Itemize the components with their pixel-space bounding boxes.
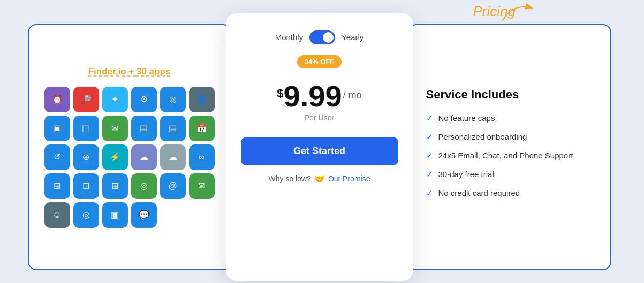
- app-icon-9: ▤: [131, 116, 157, 141]
- yearly-label: Yearly: [342, 33, 363, 42]
- discount-badge: 34% OFF: [297, 55, 342, 68]
- finder-title-text: Finder.io +: [88, 66, 137, 77]
- app-icon-18: ⊞: [44, 173, 70, 199]
- arrow-decoration: [497, 0, 540, 27]
- service-text-1: Personalized onboarding: [438, 131, 527, 142]
- app-icon-23: ✉: [189, 173, 215, 199]
- app-icon-5: 👤: [189, 87, 215, 112]
- finder-title: Finder.io + 30 apps: [88, 66, 171, 77]
- toggle-row: Monthly Yearly: [275, 30, 364, 44]
- get-started-button[interactable]: Get Started: [241, 137, 398, 165]
- app-icon-10: ▤: [160, 116, 186, 141]
- app-icon-25: ◎: [73, 202, 99, 228]
- app-icon-19: ⊡: [73, 173, 99, 199]
- left-card: Finder.io + 30 apps ⏰🔎✦⚙◎👤▣◫✉▤▤📅↺⊕⚡☁☁∞⊞⊡…: [28, 24, 231, 270]
- app-icon-8: ✉: [102, 116, 128, 141]
- app-icon-27: 💬: [131, 202, 157, 228]
- service-item-4: ✓No credit card required: [426, 187, 593, 198]
- per-user-label: Per User: [305, 113, 334, 122]
- service-text-4: No credit card required: [438, 187, 520, 198]
- check-icon-2: ✓: [426, 151, 433, 160]
- app-icon-26: ▣: [102, 202, 128, 228]
- promise-icon: 🤝: [314, 174, 325, 184]
- service-text-2: 24x5 Email, Chat, and Phone Support: [438, 150, 573, 161]
- app-icon-15: ☁: [131, 144, 157, 170]
- app-icon-16: ☁: [160, 144, 186, 170]
- app-icon-20: ⊞: [102, 173, 128, 199]
- service-item-1: ✓Personalized onboarding: [426, 131, 593, 142]
- monthly-label: Monthly: [275, 33, 304, 42]
- why-so-low: Why so low?: [269, 174, 311, 183]
- price-dollar: $: [277, 87, 283, 101]
- check-icon-3: ✓: [426, 170, 433, 179]
- app-icon-12: ↺: [44, 144, 70, 170]
- app-icon-1: 🔎: [73, 87, 99, 112]
- app-icon-11: 📅: [189, 116, 215, 141]
- app-icon-0: ⏰: [44, 87, 70, 112]
- check-icon-1: ✓: [426, 132, 433, 142]
- service-item-2: ✓24x5 Email, Chat, and Phone Support: [426, 150, 593, 161]
- app-icon-6: ▣: [44, 116, 70, 141]
- app-icon-13: ⊕: [73, 144, 99, 170]
- app-icon-24: ☺: [44, 202, 70, 228]
- price-amount: 9.99: [284, 81, 342, 111]
- check-icon-0: ✓: [426, 113, 433, 123]
- app-icon-17: ∞: [189, 144, 215, 170]
- service-text-0: No feature caps: [438, 112, 495, 124]
- apps-grid: ⏰🔎✦⚙◎👤▣◫✉▤▤📅↺⊕⚡☁☁∞⊞⊡⊞◎@✉☺◎▣💬: [44, 87, 215, 228]
- service-item-3: ✓30-day free trial: [426, 169, 593, 180]
- our-promise-link[interactable]: Our Promise: [328, 174, 370, 183]
- price-row: $ 9.99 / mo: [277, 81, 361, 111]
- check-icon-4: ✓: [426, 188, 433, 198]
- right-card: Service Includes ✓No feature caps✓Person…: [408, 24, 611, 270]
- finder-apps-count: 30 apps: [137, 66, 170, 77]
- price-period: / mo: [343, 90, 362, 101]
- app-icon-21: ◎: [131, 173, 157, 199]
- app-icon-2: ✦: [102, 87, 128, 112]
- app-icon-22: @: [160, 173, 186, 199]
- app-icon-4: ◎: [160, 87, 186, 112]
- service-title: Service Includes: [426, 88, 593, 102]
- toggle-switch[interactable]: [309, 30, 335, 44]
- app-icon-14: ⚡: [102, 144, 128, 170]
- service-item-0: ✓No feature caps: [426, 112, 593, 124]
- app-icon-3: ⚙: [131, 87, 157, 112]
- toggle-knob: [323, 32, 334, 43]
- middle-card: Monthly Yearly 34% OFF $ 9.99 / mo Per U…: [226, 13, 413, 281]
- promise-row: Why so low? 🤝 Our Promise: [269, 174, 370, 184]
- app-icon-7: ◫: [73, 116, 99, 141]
- service-items-list: ✓No feature caps✓Personalized onboarding…: [426, 112, 593, 206]
- main-container: Finder.io + 30 apps ⏰🔎✦⚙◎👤▣◫✉▤▤📅↺⊕⚡☁☁∞⊞⊡…: [28, 24, 617, 270]
- service-text-3: 30-day free trial: [438, 169, 494, 180]
